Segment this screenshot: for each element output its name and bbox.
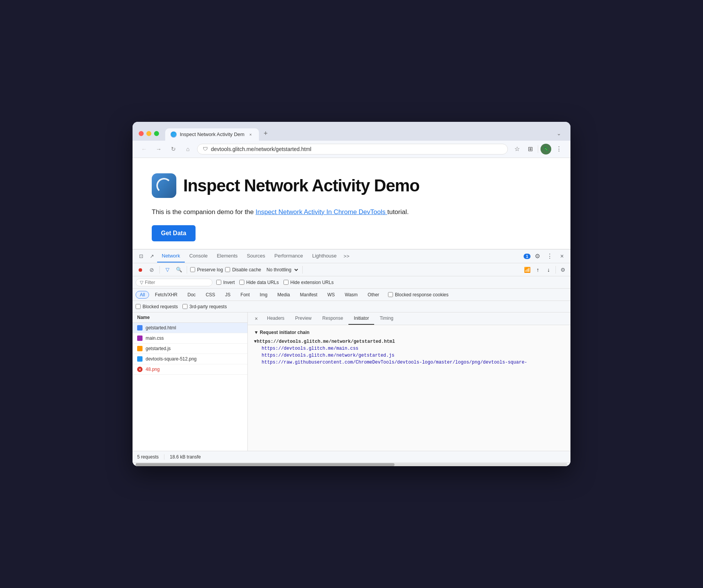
back-button[interactable]: ← bbox=[139, 144, 149, 154]
type-filter-css[interactable]: CSS bbox=[201, 291, 219, 299]
devtools-settings-button[interactable]: ⚙ bbox=[532, 251, 543, 262]
type-filter-all[interactable]: All bbox=[136, 291, 149, 299]
blocked-requests-checkbox[interactable]: Blocked requests bbox=[136, 304, 178, 309]
clear-log-button[interactable]: ⊘ bbox=[147, 265, 156, 274]
sub-tab-response[interactable]: Response bbox=[317, 312, 348, 325]
type-filter-fetch-xhr[interactable]: Fetch/XHR bbox=[151, 291, 182, 299]
chain-child-js[interactable]: https://devtools.glitch.me/network/getst… bbox=[262, 352, 564, 359]
devtools-tutorial-link[interactable]: Inspect Network Activity In Chrome DevTo… bbox=[255, 208, 387, 216]
hide-ext-urls-checkbox[interactable]: Hide extension URLs bbox=[284, 280, 334, 285]
sub-tab-initiator[interactable]: Initiator bbox=[348, 312, 374, 325]
page-subtitle: This is the companion demo for the Inspe… bbox=[152, 207, 551, 217]
url-text[interactable]: devtools.glitch.me/network/getstarted.ht… bbox=[211, 146, 502, 152]
file-list: Name getstarted.html main.css getstarted… bbox=[133, 312, 248, 451]
toolbar-separator-3 bbox=[302, 266, 303, 274]
hide-ext-urls-input[interactable] bbox=[284, 280, 288, 285]
hide-data-urls-input[interactable] bbox=[239, 280, 244, 285]
nav-divider bbox=[538, 145, 538, 153]
sub-tab-timing[interactable]: Timing bbox=[374, 312, 399, 325]
devtools-toolbar: ⊡ ↗ Network Console Elements Sources Per… bbox=[133, 249, 570, 263]
chain-child-img[interactable]: https://raw.githubusercontent.com/Chrome… bbox=[262, 359, 564, 366]
tab-sources[interactable]: Sources bbox=[242, 250, 270, 262]
filter-button[interactable]: ▽ bbox=[163, 265, 172, 274]
devtools-close-button[interactable]: × bbox=[557, 251, 567, 262]
profile-avatar[interactable]: 🦎 bbox=[541, 144, 551, 154]
third-party-checkbox[interactable]: 3rd-party requests bbox=[182, 304, 227, 309]
upload-icon[interactable]: ↑ bbox=[533, 265, 542, 274]
requests-count: 5 requests bbox=[137, 454, 164, 460]
file-item-main-css[interactable]: main.css bbox=[133, 333, 247, 344]
tab-console[interactable]: Console bbox=[185, 250, 212, 262]
type-filter-manifest[interactable]: Manifest bbox=[296, 291, 322, 299]
reload-button[interactable]: ↻ bbox=[168, 144, 179, 154]
blocked-cookies-checkbox[interactable]: Blocked response cookies bbox=[388, 292, 448, 297]
tab-bar-chevron[interactable]: ⌄ bbox=[554, 129, 564, 138]
filter-input[interactable] bbox=[145, 280, 208, 285]
subtitle-before: This is the companion demo for the bbox=[152, 208, 255, 216]
bookmark-button[interactable]: ☆ bbox=[512, 144, 522, 154]
tab-close-button[interactable]: × bbox=[247, 131, 254, 138]
sub-panel-close-button[interactable]: × bbox=[251, 313, 262, 324]
blocked-cookies-input[interactable] bbox=[388, 292, 393, 297]
forward-button[interactable]: → bbox=[153, 144, 164, 154]
type-filter-media[interactable]: Media bbox=[273, 291, 294, 299]
type-filter-font[interactable]: Font bbox=[236, 291, 254, 299]
sub-tab-headers[interactable]: Headers bbox=[262, 312, 290, 325]
wifi-icon[interactable]: 📶 bbox=[522, 265, 532, 274]
filter-input-wrapper[interactable]: ▽ bbox=[136, 279, 212, 286]
type-filter-img[interactable]: Img bbox=[255, 291, 272, 299]
get-data-button[interactable]: Get Data bbox=[152, 225, 196, 241]
disable-cache-input[interactable] bbox=[225, 267, 230, 272]
img-file-icon bbox=[137, 356, 143, 362]
throttle-select[interactable]: No throttling bbox=[264, 266, 299, 274]
new-tab-button[interactable]: + bbox=[260, 126, 271, 141]
invert-checkbox[interactable]: Invert bbox=[216, 280, 235, 285]
scrollbar-thumb[interactable] bbox=[136, 463, 395, 466]
home-button[interactable]: ⌂ bbox=[182, 144, 193, 154]
file-item-48-png[interactable]: ✕ 48.png bbox=[133, 364, 247, 375]
devtools-select-icon[interactable]: ↗ bbox=[146, 251, 157, 262]
chrome-menu-button[interactable]: ⋮ bbox=[554, 144, 564, 154]
maximize-traffic-light[interactable] bbox=[154, 131, 159, 136]
close-traffic-light[interactable] bbox=[139, 131, 144, 136]
more-tabs-button[interactable]: >> bbox=[341, 250, 352, 262]
network-settings-button[interactable]: ⚙ bbox=[558, 265, 567, 274]
chain-child-css[interactable]: https://devtools.glitch.me/main.css bbox=[262, 345, 564, 352]
sub-tab-preview[interactable]: Preview bbox=[290, 312, 317, 325]
type-filter-wasm[interactable]: Wasm bbox=[341, 291, 362, 299]
initiator-panel: × Headers Preview Response Initiator Tim… bbox=[248, 312, 570, 451]
third-party-input[interactable] bbox=[182, 304, 187, 309]
disable-cache-checkbox[interactable]: Disable cache bbox=[225, 267, 261, 272]
record-button[interactable]: ⏺ bbox=[136, 265, 145, 274]
devtools-dock-icon[interactable]: ⊡ bbox=[136, 251, 146, 262]
hide-data-urls-checkbox[interactable]: Hide data URLs bbox=[239, 280, 279, 285]
active-tab[interactable]: 🌐 Inspect Network Activity Dem × bbox=[165, 128, 259, 141]
search-button[interactable]: 🔍 bbox=[174, 265, 184, 274]
title-bar: 🌐 Inspect Network Activity Dem × + ⌄ bbox=[133, 122, 570, 141]
blocked-requests-input[interactable] bbox=[136, 304, 141, 309]
preserve-log-checkbox[interactable]: Preserve log bbox=[190, 267, 223, 272]
type-filter-js[interactable]: JS bbox=[221, 291, 235, 299]
minimize-traffic-light[interactable] bbox=[146, 131, 151, 136]
download-icon[interactable]: ↓ bbox=[544, 265, 553, 274]
type-filter-other[interactable]: Other bbox=[363, 291, 383, 299]
extensions-button[interactable]: ⊞ bbox=[525, 144, 536, 154]
transfer-size: 18.6 kB transfe bbox=[170, 454, 206, 460]
scrollbar-track[interactable] bbox=[136, 463, 567, 466]
devtools-more-button[interactable]: ⋮ bbox=[544, 251, 555, 262]
tab-elements[interactable]: Elements bbox=[212, 250, 242, 262]
address-bar[interactable]: 🛡 devtools.glitch.me/network/getstarted.… bbox=[197, 144, 508, 154]
preserve-log-input[interactable] bbox=[190, 267, 195, 272]
chain-main-url[interactable]: ▼https://devtools.glitch.me/network/gets… bbox=[254, 338, 564, 345]
file-item-getstarted-html[interactable]: getstarted.html bbox=[133, 323, 247, 333]
type-filter-ws[interactable]: WS bbox=[323, 291, 339, 299]
invert-input[interactable] bbox=[216, 280, 221, 285]
tab-performance[interactable]: Performance bbox=[270, 250, 307, 262]
type-filter-doc[interactable]: Doc bbox=[183, 291, 200, 299]
tab-lighthouse[interactable]: Lighthouse bbox=[308, 250, 342, 262]
devtools-panel: ⊡ ↗ Network Console Elements Sources Per… bbox=[133, 249, 570, 466]
file-item-getstarted-js[interactable]: getstarted.js bbox=[133, 344, 247, 354]
file-list-header: Name bbox=[133, 312, 247, 323]
file-item-devtools-png[interactable]: devtools-square-512.png bbox=[133, 354, 247, 364]
tab-network[interactable]: Network bbox=[157, 250, 185, 262]
